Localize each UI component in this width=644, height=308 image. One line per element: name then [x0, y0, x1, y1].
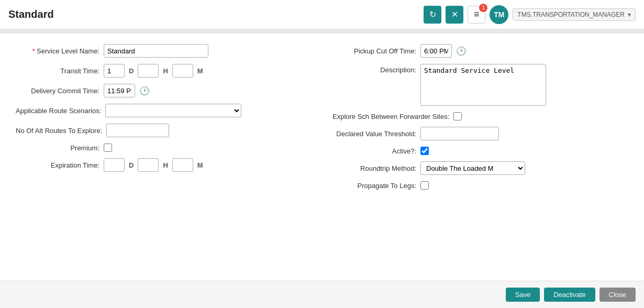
avatar: TM [490, 5, 508, 24]
notification-badge: 1 [479, 4, 487, 12]
left-column: Service Level Name: Transit Time: D H M … [16, 44, 312, 190]
user-name-label: TMS.TRANSPORTATION_MANAGER [517, 11, 625, 18]
expiration-time-label: Expiration Time: [16, 161, 99, 169]
expiration-d-label: D [129, 161, 134, 169]
roundtrip-row: Roundtrip Method: Double The Loaded M [332, 161, 628, 175]
no-alt-routes-row: No Of Alt Routes To Explore: [16, 124, 312, 137]
expiration-time-row: Expiration Time: D H M [16, 158, 312, 172]
chevron-down-icon: ▾ [628, 11, 631, 18]
refresh-button[interactable]: ↻ [424, 6, 441, 24]
applicable-route-row: Applicable Route Scenarios: [16, 104, 312, 117]
applicable-route-label: Applicable Route Scenarios: [16, 107, 101, 115]
delivery-commit-time-input[interactable] [104, 84, 135, 97]
declared-value-row: Declared Value Threshold: [332, 127, 628, 140]
pickup-clock-icon[interactable]: 🕑 [456, 46, 467, 56]
no-alt-routes-input[interactable] [106, 124, 169, 137]
refresh-icon: ↻ [429, 9, 436, 19]
deactivate-button[interactable]: Deactivate [544, 288, 595, 302]
declared-value-input[interactable] [420, 127, 499, 140]
close-x-button[interactable]: ✕ [446, 6, 463, 24]
premium-checkbox[interactable] [104, 144, 112, 152]
transit-time-value-input[interactable] [104, 64, 125, 78]
premium-label: Premium: [16, 144, 99, 152]
active-label: Active?: [332, 147, 416, 155]
expiration-time-m-input[interactable] [172, 158, 193, 172]
form-layout: Service Level Name: Transit Time: D H M … [16, 44, 628, 190]
roundtrip-label: Roundtrip Method: [332, 164, 416, 172]
no-alt-routes-label: No Of Alt Routes To Explore: [16, 127, 102, 135]
explore-sch-row: Explore Sch Between Forwarder Sites: [332, 112, 628, 120]
declared-value-label: Declared Value Threshold: [332, 130, 416, 138]
service-level-name-input[interactable] [104, 44, 208, 58]
header: Standard ↻ ✕ ≡ 1 TM TMS.TRANSPORTATION_M… [0, 0, 644, 29]
save-button[interactable]: Save [506, 288, 540, 302]
expiration-time-d-input[interactable] [104, 158, 125, 172]
transit-time-label: Transit Time: [16, 67, 99, 75]
description-row: Description: Standard Service Level [332, 64, 628, 106]
right-column: Pickup Cut Off Time: 🕑 Description: Stan… [332, 44, 628, 190]
premium-row: Premium: [16, 144, 312, 152]
propagate-label: Propagate To Legs: [332, 182, 416, 190]
delivery-commit-time-label: Delivery Commit Time: [16, 87, 99, 95]
separator [0, 29, 644, 34]
propagate-row: Propagate To Legs: [332, 181, 628, 190]
close-icon: ✕ [451, 9, 458, 19]
user-dropdown[interactable]: TMS.TRANSPORTATION_MANAGER ▾ [513, 8, 636, 21]
expiration-m-label: M [197, 161, 203, 169]
pickup-cutoff-label: Pickup Cut Off Time: [332, 47, 416, 55]
applicable-route-select[interactable] [105, 104, 241, 117]
delivery-commit-time-row: Delivery Commit Time: 🕑 [16, 84, 312, 97]
description-textarea[interactable]: Standard Service Level [420, 64, 546, 106]
header-actions: ↻ ✕ ≡ 1 TM TMS.TRANSPORTATION_MANAGER ▾ [424, 5, 636, 24]
footer: Save Deactivate Close [0, 281, 644, 308]
clock-icon[interactable]: 🕑 [139, 86, 150, 96]
transit-h-label: H [163, 67, 168, 75]
roundtrip-select[interactable]: Double The Loaded M [420, 161, 525, 175]
active-checkbox[interactable] [420, 147, 429, 155]
pickup-cutoff-input[interactable] [420, 44, 452, 58]
pickup-cutoff-row: Pickup Cut Off Time: 🕑 [332, 44, 628, 58]
propagate-checkbox[interactable] [420, 181, 429, 190]
transit-time-row: Transit Time: D H M [16, 64, 312, 78]
page-title: Standard [8, 8, 424, 20]
expiration-time-h-input[interactable] [138, 158, 159, 172]
service-level-name-row: Service Level Name: [16, 44, 312, 58]
explore-sch-label: Explore Sch Between Forwarder Sites: [332, 113, 449, 120]
service-level-name-label: Service Level Name: [16, 47, 99, 55]
explore-sch-checkbox[interactable] [453, 112, 462, 120]
active-row: Active?: [332, 147, 628, 155]
close-button[interactable]: Close [599, 288, 636, 302]
expiration-h-label: H [163, 161, 168, 169]
transit-m-input[interactable] [172, 64, 193, 78]
menu-icon: ≡ [474, 9, 480, 20]
transit-m-label: M [197, 67, 203, 75]
description-label: Description: [332, 64, 416, 74]
main-content: Service Level Name: Transit Time: D H M … [0, 34, 644, 281]
transit-d-label: D [129, 67, 134, 75]
transit-h-input[interactable] [138, 64, 159, 78]
